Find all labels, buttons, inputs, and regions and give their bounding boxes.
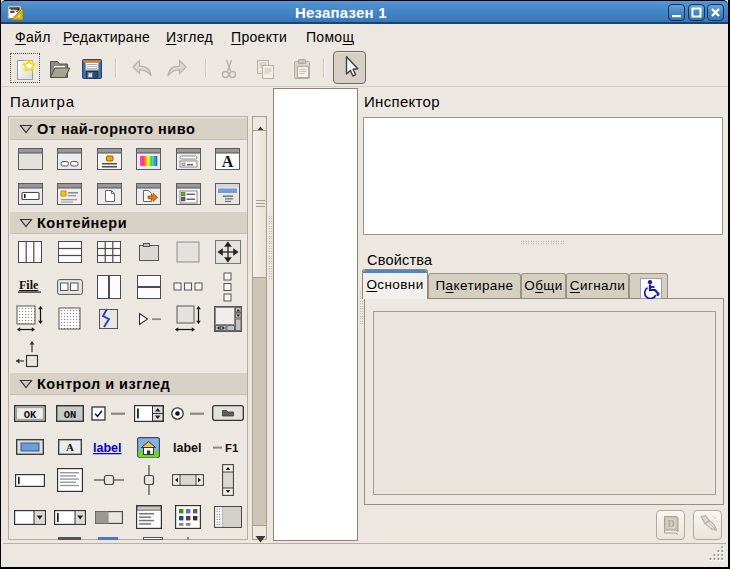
svg-text:OK: OK (24, 408, 37, 420)
svg-text:File: File (19, 278, 39, 292)
svg-text:F1: F1 (225, 442, 239, 454)
svg-text:D: D (667, 518, 674, 529)
svg-text:A: A (222, 153, 234, 170)
svg-text:label: label (93, 441, 122, 455)
svg-text:label: label (173, 441, 202, 455)
svg-text:A: A (66, 441, 74, 453)
svg-text:ON: ON (63, 408, 76, 420)
